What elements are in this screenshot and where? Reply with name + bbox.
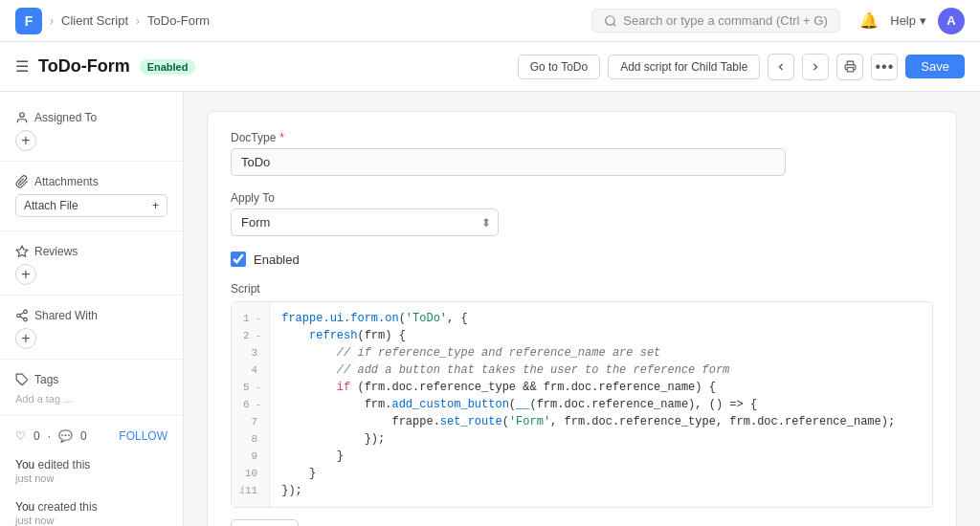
user-icon (15, 111, 29, 124)
star-icon (15, 245, 29, 258)
apply-to-label: Apply To (231, 191, 933, 205)
breadcrumb-todo-form[interactable]: ToDo-Form (147, 13, 210, 28)
activity-1-time: just now (15, 472, 54, 484)
help-menu[interactable]: Help ▾ (890, 13, 926, 28)
sidebar-toggle-icon[interactable]: ☰ (15, 57, 29, 76)
svg-point-3 (20, 113, 25, 118)
help-chevron-icon: ▾ (920, 13, 926, 28)
code-content[interactable]: frappe.ui.form.on('ToDo', { refresh(frm)… (270, 302, 932, 507)
ellipsis-icon: ••• (875, 58, 894, 76)
svg-line-1 (613, 23, 616, 26)
goto-todo-button[interactable]: Go to ToDo (518, 55, 600, 79)
content-area: DocType * Apply To Form List Button ⬍ (184, 92, 980, 526)
add-review-button[interactable]: + (15, 264, 36, 285)
line-6-num: 6- (232, 396, 269, 413)
line-8-num: 8 (232, 430, 269, 448)
assigned-to-label: Assigned To (15, 111, 167, 124)
enabled-checkbox-row: Enabled (231, 252, 933, 267)
attach-file-label: Attach File (24, 199, 78, 212)
svg-marker-4 (16, 246, 28, 256)
follow-row: ♡ 0 · 💬 0 FOLLOW (0, 422, 183, 450)
svg-point-7 (24, 318, 28, 321)
script-field-group: Script 1- 2- 3 4 5- 6- 7 8 9 (231, 282, 933, 526)
svg-point-6 (17, 314, 21, 318)
tags-label: Tags (15, 373, 167, 386)
enabled-label: Enabled (254, 252, 300, 267)
attachments-section: Attachments Attach File + (0, 167, 183, 225)
apply-to-select-wrapper: Form List Button ⬍ (231, 208, 499, 236)
apply-to-select[interactable]: Form List Button (231, 208, 499, 236)
comment-icon: 💬 (58, 429, 73, 443)
prev-record-button[interactable] (768, 54, 794, 80)
code-editor[interactable]: 1- 2- 3 4 5- 6- 7 8 9 10 i11 frappe (231, 301, 933, 508)
paperclip-icon (15, 175, 29, 188)
divider-4 (0, 359, 183, 360)
attach-file-button[interactable]: Attach File + (15, 194, 167, 217)
activity-item-1: You edited this just now (0, 450, 183, 493)
divider-5 (0, 415, 183, 416)
add-child-table-script-button[interactable]: Add script for Child Table (608, 55, 760, 79)
sidebar: Assigned To + Attachments Attach File + … (0, 92, 184, 526)
chevron-left-icon (775, 61, 787, 73)
activity-1-action: edited this (38, 458, 91, 471)
page-title: ToDo-Form (38, 56, 130, 77)
line-2-num: 2- (232, 327, 269, 344)
doctype-input[interactable] (231, 148, 786, 176)
notifications-bell-icon[interactable]: 🔔 (859, 11, 879, 30)
svg-line-9 (20, 313, 24, 315)
breadcrumb-chevron-2: › (136, 14, 140, 28)
shared-with-label: Shared With (15, 309, 167, 322)
required-indicator: * (279, 131, 284, 144)
doctype-label: DocType * (231, 131, 933, 144)
print-button[interactable] (836, 54, 863, 80)
add-shared-with-button[interactable]: + (15, 328, 36, 349)
divider-3 (0, 295, 183, 296)
chevron-right-icon (810, 61, 821, 73)
search-placeholder: Search or type a command (Ctrl + G) (623, 13, 828, 28)
header-actions: Go to ToDo Add script for Child Table ••… (518, 54, 965, 80)
apply-to-field-group: Apply To Form List Button ⬍ (231, 191, 933, 236)
line-9-num: 9 (232, 448, 269, 465)
help-label: Help (890, 13, 916, 28)
status-badge: Enabled (140, 59, 196, 75)
line-4-num: 4 (232, 362, 269, 379)
comments-count: 0 (80, 429, 87, 443)
activity-1-you: You (15, 458, 34, 471)
heart-icon: ♡ (15, 429, 26, 443)
likes-count: 0 (33, 429, 40, 443)
avatar[interactable]: A (938, 8, 965, 34)
tags-section: Tags Add a tag ... (0, 365, 183, 409)
tag-icon (15, 373, 29, 386)
form-card: DocType * Apply To Form List Button ⬍ (207, 111, 957, 526)
attachments-label: Attachments (15, 175, 167, 188)
activity-2-time: just now (15, 515, 54, 526)
line-10-num: 10 (232, 465, 269, 482)
page-header: ☰ ToDo-Form Enabled Go to ToDo Add scrip… (0, 42, 980, 92)
doctype-field-group: DocType * (231, 131, 933, 176)
search-bar[interactable]: Search or type a command (Ctrl + G) (591, 9, 840, 33)
code-lines: 1- 2- 3 4 5- 6- 7 8 9 10 i11 frappe (232, 302, 932, 507)
top-nav: F › Client Script › ToDo-Form Search or … (0, 0, 980, 42)
breadcrumb-client-script[interactable]: Client Script (61, 13, 128, 28)
line-1-num: 1- (232, 310, 269, 327)
assigned-to-section: Assigned To + (0, 103, 183, 155)
more-options-button[interactable]: ••• (871, 54, 898, 80)
follow-button[interactable]: FOLLOW (119, 429, 167, 443)
line-3-num: 3 (232, 344, 269, 362)
search-icon (604, 14, 617, 28)
breadcrumb-chevron-1: › (50, 14, 54, 28)
svg-rect-2 (847, 68, 854, 72)
svg-point-5 (24, 310, 28, 314)
line-5-num: 5- (232, 379, 269, 396)
add-tag-placeholder[interactable]: Add a tag ... (15, 393, 72, 405)
app-logo[interactable]: F (15, 8, 42, 34)
enabled-checkbox[interactable] (231, 252, 246, 267)
shared-with-section: Shared With + (0, 301, 183, 353)
expand-button[interactable]: Expand (231, 519, 299, 526)
activity-2-you: You (15, 500, 34, 514)
next-record-button[interactable] (802, 54, 829, 80)
save-button[interactable]: Save (905, 55, 965, 78)
add-assigned-to-button[interactable]: + (15, 130, 36, 151)
activity-2-action: created this (38, 500, 98, 514)
activity-item-2: You created this just now (0, 493, 183, 526)
